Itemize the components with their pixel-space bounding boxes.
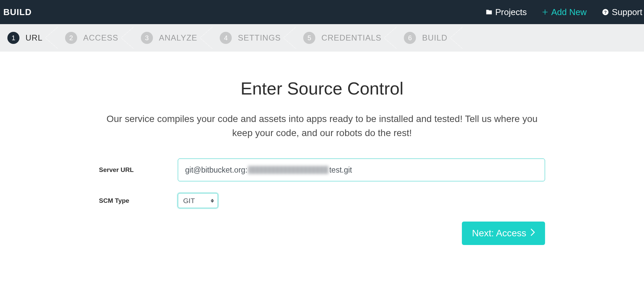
server-url-input-wrap: git@bitbucket.org: test.git <box>178 159 545 181</box>
page-title: Enter Source Control <box>0 78 644 99</box>
step-label: CREDENTIALS <box>321 33 381 43</box>
server-url-label: Server URL <box>99 166 178 174</box>
step-analyze[interactable]: 3 ANALYZE <box>133 24 213 52</box>
question-circle-icon: ? <box>602 8 609 16</box>
nav-support[interactable]: ? Support <box>602 7 642 17</box>
navbar-right: Projects Add New ? Support <box>485 7 643 17</box>
nav-support-label: Support <box>612 7 642 17</box>
step-label: URL <box>25 33 43 43</box>
step-label: BUILD <box>422 33 447 43</box>
step-access[interactable]: 2 ACCESS <box>58 24 133 52</box>
step-label: SETTINGS <box>238 33 281 43</box>
step-label: ACCESS <box>83 33 118 43</box>
nav-add-new[interactable]: Add New <box>542 7 587 17</box>
step-settings[interactable]: 4 SETTINGS <box>212 24 296 52</box>
main-content: Enter Source Control Our service compile… <box>0 52 644 245</box>
step-label: ANALYZE <box>159 33 198 43</box>
scm-type-select[interactable]: GIT <box>178 193 218 208</box>
step-build[interactable]: 6 BUILD <box>396 24 463 52</box>
step-number: 1 <box>7 32 19 44</box>
step-url[interactable]: 1 URL <box>0 24 58 52</box>
nav-add-new-label: Add New <box>551 7 587 17</box>
folder-icon <box>485 9 493 15</box>
step-number: 4 <box>220 32 232 44</box>
svg-text:?: ? <box>604 10 607 15</box>
step-number: 2 <box>65 32 77 44</box>
page-subtitle: Our service compiles your code and asset… <box>104 112 540 140</box>
scm-type-select-wrap: GIT <box>178 193 218 208</box>
step-credentials[interactable]: 5 CREDENTIALS <box>296 24 396 52</box>
top-navbar: BUILD Projects Add New ? Support <box>0 0 644 24</box>
next-button-label: Next: Access <box>472 228 526 239</box>
scm-type-label: SCM Type <box>99 197 178 204</box>
nav-projects-label: Projects <box>495 7 527 17</box>
form: Server URL git@bitbucket.org: test.git S… <box>99 159 545 208</box>
next-access-button[interactable]: Next: Access <box>462 222 545 245</box>
server-url-input[interactable] <box>178 159 545 181</box>
server-url-row: Server URL git@bitbucket.org: test.git <box>99 159 545 181</box>
nav-projects[interactable]: Projects <box>485 7 527 17</box>
step-number: 5 <box>303 32 315 44</box>
action-bar: Next: Access <box>99 222 545 245</box>
step-number: 6 <box>404 32 416 44</box>
step-number: 3 <box>141 32 153 44</box>
brand-logo: BUILD <box>3 7 32 17</box>
plus-icon <box>542 9 548 15</box>
scm-type-row: SCM Type GIT <box>99 193 545 208</box>
navbar-left: BUILD <box>3 7 32 17</box>
wizard-steps: 1 URL 2 ACCESS 3 ANALYZE 4 SETTINGS 5 CR… <box>0 24 644 52</box>
chevron-right-icon <box>530 228 535 239</box>
